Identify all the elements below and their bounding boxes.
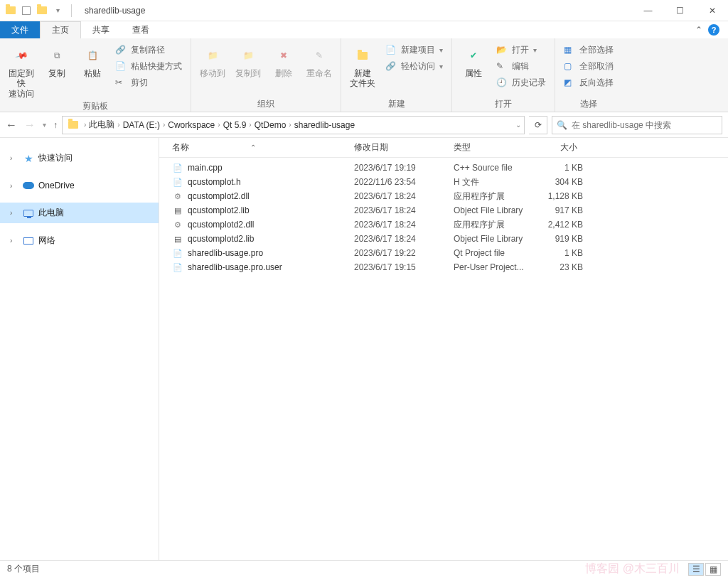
delete-button[interactable]: ✖删除	[268, 41, 299, 78]
up-button[interactable]: ↑	[53, 120, 58, 130]
file-row[interactable]: 📄qcustomplot.h2022/11/6 23:54H 文件304 KB	[159, 175, 728, 189]
tab-view[interactable]: 查看	[121, 21, 161, 38]
history-button[interactable]: 🕘历史记录	[493, 75, 549, 90]
file-icon: ⚙	[172, 219, 183, 230]
file-row[interactable]: 📄sharedlib-usage.pro.user2023/6/17 19:15…	[159, 260, 728, 274]
pin-to-quick-button[interactable]: 📌 固定到快 速访问	[6, 41, 37, 99]
col-type[interactable]: 类型	[448, 141, 533, 154]
crumb-folder[interactable]: QtDemo›	[255, 120, 291, 130]
col-name[interactable]: 名称⌃	[166, 141, 348, 154]
rename-button[interactable]: ✎重命名	[304, 41, 335, 78]
file-row[interactable]: 📄sharedlib-usage.pro2023/6/17 19:22Qt Pr…	[159, 246, 728, 260]
easy-access-button[interactable]: 🔗轻松访问 ▾	[382, 59, 446, 74]
folder-icon[interactable]	[36, 4, 48, 17]
crumb-folder[interactable]: Cworkspace›	[168, 120, 220, 130]
copy-button[interactable]: ⧉ 复制	[41, 41, 73, 78]
title-bar: ▾ sharedlib-usage — ☐ ✕	[0, 0, 728, 21]
file-date: 2022/11/6 23:54	[348, 177, 448, 187]
history-dropdown[interactable]: ▾	[43, 121, 46, 129]
sidebar-item-onedrive[interactable]: ›OneDrive	[0, 176, 159, 195]
file-date: 2023/6/17 18:24	[348, 191, 448, 201]
open-button[interactable]: 📂打开 ▾	[493, 43, 549, 58]
file-list: 📄main.cpp2023/6/17 19:19C++ Source file1…	[159, 158, 728, 560]
chevron-icon[interactable]: ›	[84, 121, 86, 129]
help-icon[interactable]: ?	[708, 24, 719, 36]
new-item-button[interactable]: 📄新建项目 ▾	[382, 43, 446, 58]
checkbox-icon[interactable]	[20, 4, 33, 17]
sidebar-item-quick-access[interactable]: ›★快速访问	[0, 148, 159, 168]
file-name: qcustomplot2.lib	[188, 205, 250, 215]
crumb-thispc[interactable]: 此电脑›	[89, 119, 119, 131]
file-row[interactable]: ▤qcustomplot2.lib2023/6/17 18:24Object F…	[159, 203, 728, 218]
file-icon: 📄	[172, 262, 183, 273]
copy-to-button[interactable]: 📁复制到	[232, 41, 264, 78]
tab-share[interactable]: 共享	[81, 21, 121, 38]
invert-selection-button[interactable]: ◩反向选择	[561, 75, 616, 90]
search-input[interactable]	[572, 120, 717, 130]
col-size[interactable]: 大小	[533, 141, 583, 154]
dropdown-icon[interactable]: ▾	[51, 4, 64, 17]
file-name: main.cpp	[188, 163, 223, 173]
file-type: 应用程序扩展	[448, 190, 533, 203]
new-folder-button[interactable]: 新建 文件夹	[347, 41, 378, 89]
deselect-all-button[interactable]: ▢全部取消	[561, 59, 616, 74]
file-name: qcustomplot2.dll	[188, 191, 250, 201]
file-row[interactable]: ▤qcustomplotd2.lib2023/6/17 18:24Object …	[159, 232, 728, 246]
thumbnails-view-button[interactable]: ▦	[705, 563, 721, 576]
navigation-pane: ›★快速访问 ›OneDrive ›此电脑 ›网络	[0, 138, 159, 560]
group-label: 剪贴板	[6, 99, 185, 112]
file-type: 应用程序扩展	[448, 219, 533, 231]
file-type: Qt Project file	[448, 248, 533, 258]
breadcrumb[interactable]: › 此电脑› DATA (E:)› Cworkspace› Qt 5.9› Qt…	[62, 116, 525, 134]
group-label: 打开	[458, 97, 549, 110]
crumb-current[interactable]: sharedlib-usage	[294, 120, 355, 130]
tab-home[interactable]: 主页	[40, 21, 81, 38]
address-dropdown[interactable]: ⌄	[515, 121, 521, 129]
collapse-ribbon-icon[interactable]: ⌃	[695, 25, 702, 35]
sort-asc-icon: ⌃	[246, 144, 256, 151]
ribbon: 📌 固定到快 速访问 ⧉ 复制 📋 粘贴 🔗复制路径 📄粘贴快捷方式 ✂剪切 剪…	[0, 38, 728, 112]
sidebar-item-thispc[interactable]: ›此电脑	[0, 203, 159, 223]
back-button[interactable]: ←	[6, 119, 17, 131]
file-name: qcustomplotd2.dll	[188, 220, 254, 230]
item-count: 8 个项目	[7, 563, 40, 575]
paste-button[interactable]: 📋 粘贴	[77, 41, 108, 78]
file-row[interactable]: ⚙qcustomplot2.dll2023/6/17 18:24应用程序扩展1,…	[159, 189, 728, 203]
file-row[interactable]: ⚙qcustomplotd2.dll2023/6/17 18:24应用程序扩展2…	[159, 218, 728, 232]
file-icon: ▤	[172, 233, 183, 245]
status-bar: 8 个项目 博客园 @木三百川 ☰ ▦	[0, 560, 728, 577]
refresh-button[interactable]: ⟳	[529, 116, 547, 134]
minimize-button[interactable]: —	[632, 0, 664, 21]
search-box[interactable]: 🔍	[552, 116, 722, 134]
move-to-button[interactable]: 📁移动到	[197, 41, 228, 78]
column-headers: 名称⌃ 修改日期 类型 大小	[159, 138, 728, 158]
folder-icon	[68, 121, 78, 129]
select-all-button[interactable]: ▦全部选择	[561, 43, 616, 58]
file-date: 2023/6/17 18:24	[348, 234, 448, 244]
file-type: Object File Library	[448, 205, 533, 215]
properties-button[interactable]: ✔属性	[458, 41, 489, 78]
edit-button[interactable]: ✎编辑	[493, 59, 549, 74]
window-title: sharedlib-usage	[79, 6, 145, 16]
forward-button[interactable]: →	[24, 119, 36, 131]
maximize-button[interactable]: ☐	[664, 0, 696, 21]
crumb-drive[interactable]: DATA (E:)›	[123, 120, 166, 130]
file-icon: 📄	[172, 247, 183, 259]
file-size: 1 KB	[533, 248, 583, 258]
file-icon: 📄	[172, 162, 183, 173]
copy-path-button[interactable]: 🔗复制路径	[112, 43, 185, 58]
file-date: 2023/6/17 19:22	[348, 248, 448, 258]
tab-file[interactable]: 文件	[0, 21, 40, 38]
file-name: sharedlib-usage.pro.user	[188, 262, 282, 272]
close-button[interactable]: ✕	[696, 0, 728, 21]
col-date[interactable]: 修改日期	[348, 141, 448, 154]
file-row[interactable]: 📄main.cpp2023/6/17 19:19C++ Source file1…	[159, 161, 728, 175]
file-size: 917 KB	[533, 205, 583, 215]
file-size: 23 KB	[533, 262, 583, 272]
sidebar-item-network[interactable]: ›网络	[0, 230, 159, 251]
crumb-folder[interactable]: Qt 5.9›	[223, 120, 252, 130]
details-view-button[interactable]: ☰	[688, 563, 704, 576]
file-date: 2023/6/17 18:24	[348, 220, 448, 230]
paste-shortcut-button[interactable]: 📄粘贴快捷方式	[112, 59, 185, 74]
cut-button[interactable]: ✂剪切	[112, 75, 185, 90]
